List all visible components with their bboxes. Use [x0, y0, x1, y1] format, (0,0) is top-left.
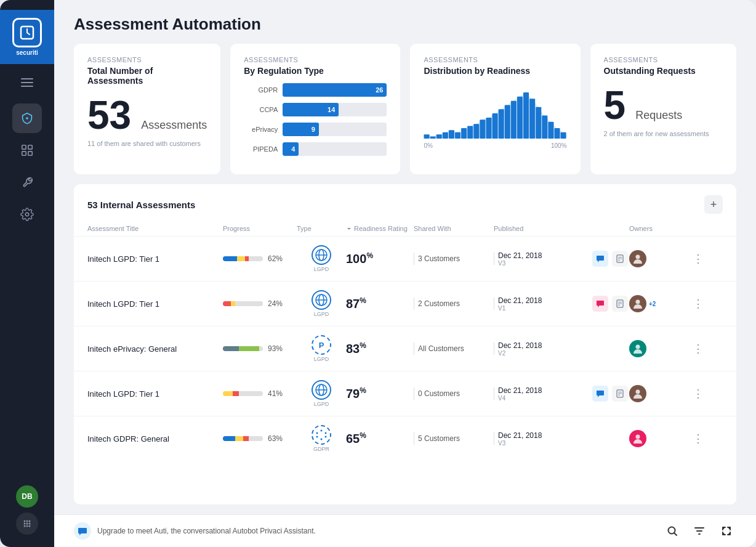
shared-cell: 3 Customers	[414, 253, 494, 265]
svg-point-13	[24, 525, 26, 527]
dist-bar-rect	[555, 128, 560, 139]
col-header-owners: Owners	[629, 225, 691, 232]
sidebar-item-settings[interactable]	[12, 200, 42, 229]
logo-icon	[18, 24, 36, 41]
sidebar-item-tools[interactable]	[12, 168, 42, 197]
sidebar-item-security[interactable]	[12, 103, 42, 133]
action-icons	[592, 386, 629, 402]
type-icon	[312, 380, 331, 400]
bar-track: 14	[283, 103, 387, 116]
owners-col	[629, 430, 691, 447]
progress-bar	[223, 346, 263, 351]
bar-fill: 4	[283, 142, 299, 156]
type-badge: GDPR	[297, 425, 346, 452]
more-options-button[interactable]: ⋮	[691, 251, 706, 266]
progress-bar	[223, 301, 263, 306]
add-assessment-button[interactable]: +	[704, 195, 723, 214]
progress-cell: 63%	[223, 434, 297, 443]
owners-col	[629, 250, 691, 267]
wrench-icon	[20, 176, 34, 189]
bar-label: ePrivacy	[244, 126, 278, 133]
stat-unit-4: Requests	[635, 109, 682, 122]
owners-cell	[629, 340, 691, 357]
type-icon	[312, 425, 331, 445]
type-badge: LGPD	[297, 380, 346, 407]
expand-button[interactable]	[717, 521, 736, 541]
type-badge: LGPD	[297, 290, 346, 317]
dist-bar-rect	[529, 99, 535, 139]
distribution-chart-svg	[424, 83, 566, 139]
published-cell: Dec 21, 2018 V1	[494, 296, 592, 312]
readiness-value: 83%	[346, 342, 366, 355]
regulation-chart: GDPR 26 CCPA 14 ePrivacy 9	[244, 83, 387, 156]
chat-icon-button[interactable]	[592, 296, 608, 312]
type-letter: P	[319, 341, 324, 350]
dist-axis-end: 100%	[551, 142, 567, 149]
logo[interactable]: securiti	[0, 10, 54, 64]
search-button[interactable]	[662, 521, 682, 541]
person-icon	[632, 432, 644, 445]
owners-cell	[629, 430, 691, 447]
assessment-title: Initech GDPR: General	[87, 434, 223, 444]
progress-percent: 41%	[268, 389, 283, 398]
table-row: Initech GDPR: General 63% GDP	[74, 416, 736, 461]
doc-icon-button[interactable]	[612, 296, 628, 312]
stat-total-assessments: Assessments Total Number of Assessments …	[74, 44, 220, 174]
person-icon	[632, 387, 644, 400]
distribution-chart: 0% 100%	[424, 83, 566, 145]
person-icon	[632, 342, 644, 355]
sidebar-item-dashboard[interactable]	[12, 136, 42, 165]
doc-icon	[616, 299, 624, 308]
progress-segment	[239, 391, 263, 396]
progress-bar	[223, 256, 263, 261]
pub-version: V2	[498, 350, 542, 357]
svg-point-44	[321, 439, 323, 440]
shared-cell: 2 Customers	[414, 298, 494, 310]
globe-icon	[315, 383, 328, 397]
filter-button[interactable]	[690, 521, 709, 541]
more-options-button[interactable]: ⋮	[691, 296, 706, 311]
actions-cell	[592, 386, 629, 402]
col-header-actions	[592, 225, 629, 232]
bar-track: 26	[283, 83, 387, 97]
chat-icon-button[interactable]	[592, 386, 608, 402]
readiness-cell: 87%	[346, 296, 414, 311]
progress-segment	[223, 256, 237, 261]
table-header: 53 Internal Assessments +	[74, 184, 736, 221]
hamburger-button[interactable]	[0, 69, 54, 96]
logo-text: securiti	[16, 49, 38, 56]
dots-menu-button[interactable]	[16, 513, 38, 535]
svg-point-47	[636, 435, 640, 439]
col-header-readiness[interactable]: Readiness Rating	[346, 225, 414, 232]
readiness-cell: 65%	[346, 431, 414, 446]
bar-track: 9	[283, 123, 387, 136]
chat-icon	[596, 299, 605, 308]
user-initials: DB	[22, 492, 32, 501]
pub-date: Dec 21, 2018	[498, 341, 542, 350]
bar-value: 14	[328, 106, 335, 113]
more-options-button[interactable]: ⋮	[691, 431, 706, 446]
divider	[494, 387, 494, 400]
published-cell: Dec 21, 2018 V4	[494, 386, 592, 402]
progress-segment	[239, 346, 259, 351]
pub-date: Dec 21, 2018	[498, 386, 542, 395]
progress-segment	[223, 436, 235, 441]
pub-text: Dec 21, 2018 V1	[498, 296, 542, 312]
doc-icon-button[interactable]	[612, 386, 628, 402]
doc-icon-button[interactable]	[612, 251, 628, 267]
progress-cell: 93%	[223, 344, 297, 353]
main-content: Assessment Automation Assessments Total …	[54, 0, 756, 547]
user-avatar[interactable]: DB	[16, 485, 38, 508]
more-options-button[interactable]: ⋮	[691, 341, 706, 356]
shared-count: 5 Customers	[418, 434, 460, 443]
more-options-button[interactable]: ⋮	[691, 386, 706, 401]
chat-icon-button[interactable]	[592, 251, 608, 267]
pub-version: V3	[498, 440, 542, 447]
progress-segment	[233, 391, 239, 396]
owner-avatar	[629, 430, 646, 447]
dist-bar-rect	[505, 105, 510, 139]
divider	[414, 387, 414, 400]
divider	[414, 342, 414, 355]
progress-segment	[259, 346, 263, 351]
svg-point-32	[636, 345, 640, 349]
